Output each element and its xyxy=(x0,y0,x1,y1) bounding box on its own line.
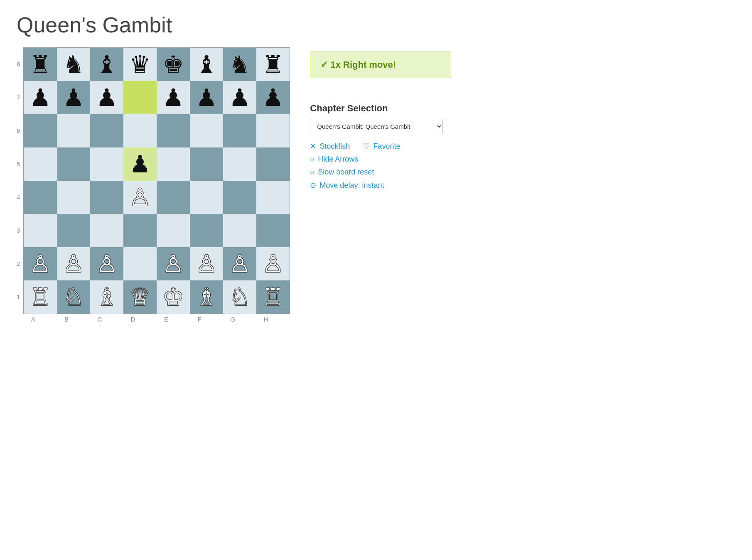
piece-black-e8: ♚ xyxy=(162,52,184,76)
cell-c4[interactable] xyxy=(90,181,123,214)
rank-label-1: 1 xyxy=(17,280,20,313)
file-label-B: B xyxy=(50,316,83,323)
option-stockfish[interactable]: ✕ Stockfish ♡ Favorite xyxy=(310,142,451,151)
cell-f3[interactable] xyxy=(190,214,223,247)
cell-h6[interactable] xyxy=(256,114,290,147)
cell-b2[interactable]: ♙ xyxy=(57,247,90,280)
cell-a4[interactable] xyxy=(24,181,57,214)
cell-a2[interactable]: ♙ xyxy=(24,247,57,280)
cell-a1[interactable]: ♖ xyxy=(24,280,57,314)
rank-label-2: 2 xyxy=(17,247,20,280)
piece-black-c7: ♟ xyxy=(96,86,118,110)
cell-e2[interactable]: ♙ xyxy=(157,247,190,280)
rank-label-8: 8 xyxy=(17,47,20,81)
options-list: ✕ Stockfish ♡ Favorite ○ Hide Arrows ○ S… xyxy=(310,142,451,190)
cell-b8[interactable]: ♞ xyxy=(57,48,90,81)
cell-f4[interactable] xyxy=(190,181,223,214)
hide-arrows-label: Hide Arrows xyxy=(318,155,358,164)
cell-g4[interactable] xyxy=(223,181,256,214)
cell-e6[interactable] xyxy=(157,114,190,147)
cell-c6[interactable] xyxy=(90,114,123,147)
cell-g8[interactable]: ♞ xyxy=(223,48,256,81)
cell-e5[interactable] xyxy=(157,147,190,181)
piece-black-f8: ♝ xyxy=(196,52,217,76)
cell-h3[interactable] xyxy=(256,214,290,247)
cell-f2[interactable]: ♙ xyxy=(190,247,223,280)
cell-e7[interactable]: ♟ xyxy=(157,81,190,114)
cell-h1[interactable]: ♖ xyxy=(256,280,290,314)
cell-f7[interactable]: ♟ xyxy=(190,81,223,114)
cell-f8[interactable]: ♝ xyxy=(190,48,223,81)
cell-e3[interactable] xyxy=(157,214,190,247)
cell-a6[interactable] xyxy=(24,114,57,147)
chapter-title: Chapter Selection xyxy=(310,103,451,114)
piece-black-f7: ♟ xyxy=(196,86,217,110)
cell-c2[interactable]: ♙ xyxy=(90,247,123,280)
piece-black-a8: ♜ xyxy=(29,52,51,76)
piece-white-e2: ♙ xyxy=(162,252,184,276)
option-slow-reset[interactable]: ○ Slow board reset xyxy=(310,168,451,177)
cell-c5[interactable] xyxy=(90,147,123,181)
cell-b3[interactable] xyxy=(57,214,90,247)
file-label-C: C xyxy=(83,316,116,323)
cell-g7[interactable]: ♟ xyxy=(223,81,256,114)
cell-g2[interactable]: ♙ xyxy=(223,247,256,280)
cell-d2[interactable] xyxy=(123,247,157,280)
cell-c3[interactable] xyxy=(90,214,123,247)
file-label-G: G xyxy=(216,316,249,323)
board-container: 87654321 ♜♞♝♛♚♝♞♜♟♟♟♟♟♟♟♟♙♙♙♙♙♙♙♙♖♘♗♕♔♗♘… xyxy=(17,47,290,323)
cell-e4[interactable] xyxy=(157,181,190,214)
cell-g6[interactable] xyxy=(223,114,256,147)
cell-f5[interactable] xyxy=(190,147,223,181)
option-move-delay[interactable]: ⊙ Move delay: instant xyxy=(310,181,451,190)
cell-b6[interactable] xyxy=(57,114,90,147)
piece-black-h7: ♟ xyxy=(262,86,284,110)
cell-b5[interactable] xyxy=(57,147,90,181)
cell-a5[interactable] xyxy=(24,147,57,181)
cell-d1[interactable]: ♕ xyxy=(123,280,157,314)
file-label-F: F xyxy=(183,316,216,323)
file-labels: ABCDEFGH xyxy=(17,316,283,323)
cell-b4[interactable] xyxy=(57,181,90,214)
slow-reset-label: Slow board reset xyxy=(318,168,374,177)
cell-d8[interactable]: ♛ xyxy=(123,48,157,81)
option-hide-arrows[interactable]: ○ Hide Arrows xyxy=(310,155,451,164)
cell-b1[interactable]: ♘ xyxy=(57,280,90,314)
chapter-select[interactable]: Queen's Gambit: Queen's Gambit xyxy=(310,119,443,134)
cell-c8[interactable]: ♝ xyxy=(90,48,123,81)
cell-d7[interactable] xyxy=(123,81,157,114)
cell-e8[interactable]: ♚ xyxy=(157,48,190,81)
cell-g5[interactable] xyxy=(223,147,256,181)
cell-h4[interactable] xyxy=(256,181,290,214)
cell-d4[interactable]: ♙ xyxy=(123,181,157,214)
feedback-box: ✓ 1x Right move! xyxy=(310,52,451,78)
piece-white-g1: ♘ xyxy=(229,285,251,309)
cell-h2[interactable]: ♙ xyxy=(256,247,290,280)
cell-g1[interactable]: ♘ xyxy=(223,280,256,314)
cell-e1[interactable]: ♔ xyxy=(157,280,190,314)
cell-g3[interactable] xyxy=(223,214,256,247)
chess-board[interactable]: ♜♞♝♛♚♝♞♜♟♟♟♟♟♟♟♟♙♙♙♙♙♙♙♙♖♘♗♕♔♗♘♖ xyxy=(23,47,290,314)
cell-d3[interactable] xyxy=(123,214,157,247)
rank-label-4: 4 xyxy=(17,180,20,214)
cell-h5[interactable] xyxy=(256,147,290,181)
piece-white-e1: ♔ xyxy=(162,285,184,309)
piece-black-b7: ♟ xyxy=(63,86,84,110)
cell-a7[interactable]: ♟ xyxy=(24,81,57,114)
piece-black-e7: ♟ xyxy=(162,86,184,110)
cell-h7[interactable]: ♟ xyxy=(256,81,290,114)
piece-white-d1: ♕ xyxy=(129,285,151,309)
cell-f6[interactable] xyxy=(190,114,223,147)
cell-b7[interactable]: ♟ xyxy=(57,81,90,114)
file-label-H: H xyxy=(249,316,283,323)
cell-d6[interactable] xyxy=(123,114,157,147)
cell-a8[interactable]: ♜ xyxy=(24,48,57,81)
rank-label-3: 3 xyxy=(17,214,20,247)
cell-f1[interactable]: ♗ xyxy=(190,280,223,314)
cell-a3[interactable] xyxy=(24,214,57,247)
piece-white-g2: ♙ xyxy=(229,252,251,276)
cell-c1[interactable]: ♗ xyxy=(90,280,123,314)
cell-d5[interactable]: ♟ xyxy=(123,147,157,181)
cell-h8[interactable]: ♜ xyxy=(256,48,290,81)
cell-c7[interactable]: ♟ xyxy=(90,81,123,114)
